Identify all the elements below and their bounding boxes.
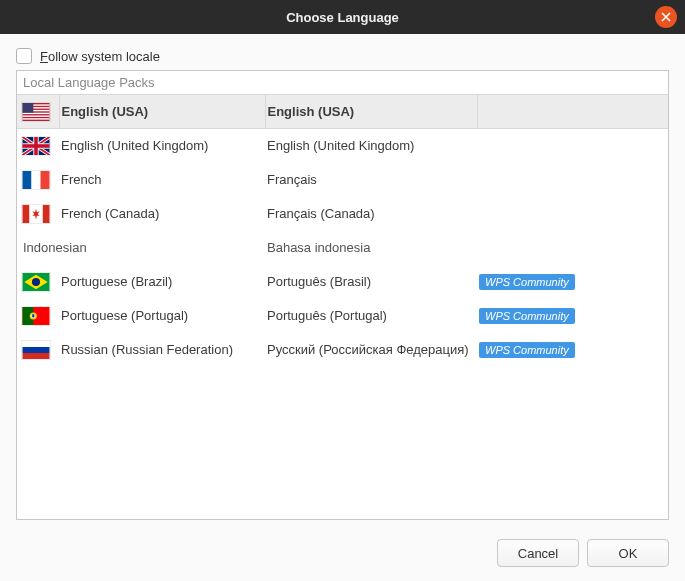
flag-icon	[21, 102, 51, 122]
flag-cell	[17, 333, 59, 367]
community-badge: WPS Community	[479, 342, 575, 358]
follow-system-locale-checkbox[interactable]	[16, 48, 32, 64]
follow-system-locale-row: Follow system locale	[16, 48, 669, 64]
language-row[interactable]: IndonesianBahasa indonesia	[17, 231, 668, 265]
language-row[interactable]: English (USA)English (USA)	[17, 95, 668, 129]
language-native-name: Français (Canada)	[265, 197, 477, 231]
follow-system-locale-label[interactable]: Follow system locale	[40, 49, 160, 64]
flag-cell	[17, 95, 59, 129]
flag-icon	[21, 272, 51, 292]
language-native-name: Bahasa indonesia	[265, 231, 477, 265]
cancel-button[interactable]: Cancel	[497, 539, 579, 567]
dialog-footer: Cancel OK	[497, 539, 669, 567]
language-native-name: Français	[265, 163, 477, 197]
community-badge: WPS Community	[479, 308, 575, 324]
language-english-name: English (United Kingdom)	[59, 129, 265, 163]
community-badge: WPS Community	[479, 274, 575, 290]
flag-cell	[17, 129, 59, 163]
badge-cell	[477, 129, 668, 163]
language-row[interactable]: Russian (Russian Federation)Русский (Рос…	[17, 333, 668, 367]
badge-cell: WPS Community	[477, 265, 668, 299]
close-button[interactable]	[655, 6, 677, 28]
flag-icon	[21, 306, 51, 326]
badge-cell	[477, 163, 668, 197]
language-row[interactable]: French (Canada)Français (Canada)	[17, 197, 668, 231]
badge-cell: WPS Community	[477, 333, 668, 367]
flag-icon	[21, 170, 51, 190]
badge-cell	[477, 231, 668, 265]
badge-cell: WPS Community	[477, 299, 668, 333]
language-native-name: Русский (Российская Федерация)	[265, 333, 477, 367]
language-english-name: English (USA)	[59, 95, 265, 129]
flag-cell	[17, 265, 59, 299]
ok-button[interactable]: OK	[587, 539, 669, 567]
titlebar: Choose Language	[0, 0, 685, 34]
language-english-name: Russian (Russian Federation)	[59, 333, 265, 367]
language-row[interactable]: FrenchFrançais	[17, 163, 668, 197]
language-row[interactable]: Portuguese (Portugal)Português (Portugal…	[17, 299, 668, 333]
close-icon	[661, 12, 671, 22]
flag-cell	[17, 197, 59, 231]
language-native-name: English (United Kingdom)	[265, 129, 477, 163]
language-english-name: French (Canada)	[59, 197, 265, 231]
badge-cell	[477, 95, 668, 129]
list-header: Local Language Packs	[17, 71, 668, 94]
language-native-name: Português (Portugal)	[265, 299, 477, 333]
flag-icon	[21, 340, 51, 360]
language-table: English (USA)English (USA)English (Unite…	[17, 94, 668, 367]
flag-icon	[21, 136, 51, 156]
language-english-name: French	[59, 163, 265, 197]
language-native-name: English (USA)	[265, 95, 477, 129]
flag-icon	[21, 204, 51, 224]
language-list: Local Language Packs English (USA)Englis…	[16, 70, 669, 520]
language-row[interactable]: English (United Kingdom)English (United …	[17, 129, 668, 163]
language-english-name: Portuguese (Brazil)	[59, 265, 265, 299]
flag-cell	[17, 163, 59, 197]
flag-cell	[17, 299, 59, 333]
dialog-content: Follow system locale Local Language Pack…	[0, 34, 685, 520]
badge-cell	[477, 197, 668, 231]
language-english-name: Portuguese (Portugal)	[59, 299, 265, 333]
language-english-name: Indonesian	[17, 231, 265, 265]
language-row[interactable]: Portuguese (Brazil)Português (Brasil)WPS…	[17, 265, 668, 299]
window-title: Choose Language	[286, 10, 399, 25]
language-native-name: Português (Brasil)	[265, 265, 477, 299]
